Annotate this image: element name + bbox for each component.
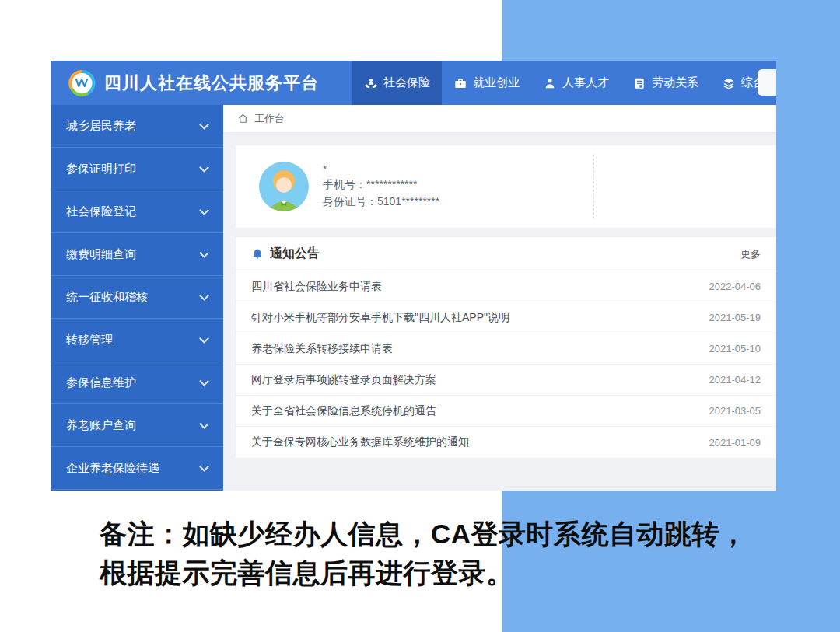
notice-more-link[interactable]: 更多 (740, 247, 761, 261)
platform-title: 四川人社在线公共服务平台 (104, 72, 319, 95)
brand: 四川人社在线公共服务平台 (51, 61, 352, 105)
breadcrumb[interactable]: 工作台 (223, 105, 776, 133)
sidebar-item-label: 转移管理 (66, 333, 113, 347)
notice-row[interactable]: 四川省社会保险业务申请表 2022-04-06 (236, 271, 776, 302)
phone-value: ************ (366, 178, 417, 190)
nav-label: 社会保险 (383, 75, 430, 90)
nav-label: 劳动关系 (652, 75, 698, 90)
chevron-down-icon (199, 248, 209, 258)
person-icon (543, 76, 557, 90)
user-id-row: 身份证号：5101********* (323, 194, 439, 211)
notice-item-date: 2021-05-19 (709, 312, 761, 323)
sidebar-item-insurance-cert-print[interactable]: 参保证明打印 (51, 148, 223, 190)
sidebar-item-insurance-info-maintain[interactable]: 参保信息维护 (51, 361, 223, 404)
annotation-line-2: 根据提示完善信息后再进行登录。 (100, 553, 747, 592)
sidebar-item-payment-detail-query[interactable]: 缴费明细查询 (51, 233, 223, 276)
sidebar-menu: 城乡居民养老 参保证明打印 社会保险登记 缴费明细查询 统一征收和稽核 (51, 105, 223, 491)
main-content: 工作台 (223, 105, 776, 491)
sidebar-item-label: 统一征收和稽核 (66, 290, 148, 305)
notice-item-title: 关于全省社会保险信息系统停机的通告 (251, 404, 436, 418)
briefcase-icon (453, 76, 467, 90)
notice-item-title: 养老保险关系转移接续申请表 (251, 342, 393, 356)
chevron-down-icon (199, 205, 209, 215)
sidebar-item-urban-rural-pension[interactable]: 城乡居民养老 (51, 105, 223, 148)
top-nav: 社会保险 就业创业 人事人才 (352, 61, 776, 105)
id-value: 5101********* (377, 195, 439, 208)
home-icon (237, 113, 249, 124)
user-name: * (323, 163, 439, 176)
app-body: 城乡居民养老 参保证明打印 社会保险登记 缴费明细查询 统一征收和稽核 (51, 105, 776, 491)
sidebar-item-label: 缴费明细查询 (66, 247, 136, 262)
notice-row[interactable]: 养老保险关系转移接续申请表 2021-05-10 (236, 333, 776, 365)
layers-icon (722, 76, 736, 90)
nav-item-labor-relations[interactable]: 劳动关系 (621, 61, 710, 105)
annotation-line-1: 备注：如缺少经办人信息，CA登录时系统自动跳转， (100, 515, 747, 553)
chevron-down-icon (199, 162, 209, 173)
notice-row[interactable]: 网厅登录后事项跳转登录页面解决方案 2021-04-12 (236, 365, 776, 396)
notice-title: 通知公告 (270, 246, 320, 262)
sidebar-item-label: 参保信息维护 (66, 375, 136, 390)
sidebar-item-label: 城乡居民养老 (66, 119, 136, 134)
nav-label: 就业创业 (473, 75, 520, 90)
user-card: * 手机号：************ 身份证号：5101********* (236, 145, 776, 228)
chevron-down-icon (199, 333, 209, 344)
card-divider (593, 155, 594, 218)
sidebar-item-label: 参保证明打印 (66, 162, 136, 176)
nav-item-employment[interactable]: 就业创业 (442, 61, 531, 105)
bell-icon (251, 248, 264, 260)
notice-row[interactable]: 关于全省社会保险信息系统停机的通告 2021-03-05 (236, 396, 776, 427)
document-icon (632, 76, 646, 90)
cartoon-avatar-icon (259, 162, 309, 211)
sidebar-item-transfer-management[interactable]: 转移管理 (51, 319, 223, 361)
chevron-down-icon (199, 120, 209, 130)
chevron-down-icon (199, 291, 209, 301)
content-area: * 手机号：************ 身份证号：5101********* (223, 133, 776, 491)
notice-item-title: 关于金保专网核心业务数据库系统维护的通知 (251, 435, 469, 449)
notice-item-title: 针对小米手机等部分安卓手机下载"四川人社APP"说明 (251, 311, 509, 325)
sidebar-item-pension-account-query[interactable]: 养老账户查询 (51, 404, 223, 447)
notice-row[interactable]: 关于金保专网核心业务数据库系统维护的通知 2021-01-09 (236, 427, 776, 458)
nav-item-social-insurance[interactable]: 社会保险 (352, 61, 442, 105)
notice-panel: 通知公告 更多 四川省社会保险业务申请表 2022-04-06 针对小米手机等部… (236, 237, 776, 458)
notice-item-date: 2021-04-12 (709, 374, 761, 386)
user-info: * 手机号：************ 身份证号：5101********* (323, 163, 439, 211)
phone-label: 手机号： (323, 178, 366, 190)
notice-item-date: 2021-03-05 (709, 405, 761, 417)
notice-item-date: 2021-01-09 (709, 437, 761, 449)
nav-item-hr-talent[interactable]: 人事人才 (531, 61, 621, 105)
sidebar-item-label: 社会保险登记 (66, 204, 136, 219)
partial-login-button[interactable] (758, 69, 776, 96)
notice-item-date: 2021-05-10 (709, 343, 761, 354)
chevron-down-icon (199, 462, 209, 472)
app-window: 四川人社在线公共服务平台 社会保险 (51, 61, 776, 491)
social-insurance-icon (364, 76, 378, 90)
sidebar-item-label: 养老账户查询 (66, 418, 136, 433)
sidebar-item-label: 企业养老保险待遇 (66, 461, 159, 476)
sidebar-item-unified-collection-audit[interactable]: 统一征收和稽核 (51, 276, 223, 319)
user-phone-row: 手机号：************ (323, 176, 439, 194)
app-header: 四川人社在线公共服务平台 社会保险 (51, 61, 776, 105)
sidebar-item-social-insurance-register[interactable]: 社会保险登记 (51, 190, 223, 233)
annotation-note: 备注：如缺少经办人信息，CA登录时系统自动跳转， 根据提示完善信息后再进行登录。 (100, 515, 747, 593)
notice-item-title: 四川省社会保险业务申请表 (251, 280, 382, 294)
sidebar-item-enterprise-pension-benefits[interactable]: 企业养老保险待遇 (51, 447, 223, 490)
breadcrumb-label: 工作台 (254, 112, 285, 126)
page-canvas: 四川人社在线公共服务平台 社会保险 (0, 0, 840, 632)
nav-label: 人事人才 (562, 75, 609, 90)
chevron-down-icon (199, 419, 209, 429)
notice-row[interactable]: 针对小米手机等部分安卓手机下载"四川人社APP"说明 2021-05-19 (236, 302, 776, 333)
chevron-down-icon (199, 376, 209, 386)
notice-item-title: 网厅登录后事项跳转登录页面解决方案 (251, 373, 436, 387)
notice-header: 通知公告 更多 (236, 237, 776, 271)
sichuan-hr-logo-icon (68, 69, 96, 97)
notice-item-date: 2022-04-06 (709, 281, 761, 292)
id-label: 身份证号： (323, 195, 377, 208)
